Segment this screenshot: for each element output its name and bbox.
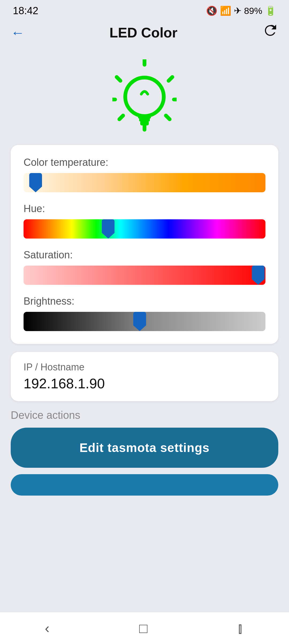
ip-label: IP / Hostname [24,362,265,373]
svg-line-7 [166,116,170,119]
airplane-icon: ✈ [234,5,241,16]
brightness-track[interactable] [24,312,265,331]
hue-section: Hue: [24,203,265,240]
edit-tasmota-button[interactable]: Edit tasmota settings [11,428,278,468]
page-title: LED Color [109,25,177,41]
hue-track[interactable] [24,219,265,239]
battery-level: 89% [244,6,262,16]
svg-rect-11 [140,121,149,125]
svg-point-8 [125,78,164,116]
back-button[interactable]: ← [11,25,25,41]
bulb-icon [112,59,177,134]
status-time: 18:42 [13,5,38,17]
temperature-track[interactable] [24,173,265,192]
mute-icon: 🔇 [206,5,217,16]
temperature-section: Color temperature: [24,157,265,193]
svg-line-3 [169,77,172,81]
color-controls-card: Color temperature: Hue: Saturation: [11,145,278,344]
second-action-button[interactable] [11,474,278,496]
main-content: Color temperature: Hue: Saturation: [0,46,289,612]
hue-slider-wrapper[interactable] [24,218,265,240]
saturation-thumb[interactable] [252,266,265,285]
brightness-thumb[interactable] [133,312,146,331]
top-nav: ← LED Color [0,19,289,46]
device-actions-section: Device actions Edit tasmota settings [11,409,278,496]
nav-recent-button[interactable]: ⫿ [221,618,260,639]
temperature-thumb[interactable] [29,173,42,192]
bottom-nav: ‹ □ ⫿ [0,612,289,644]
hue-label: Hue: [24,203,265,214]
svg-line-6 [119,116,123,119]
status-bar: 18:42 🔇 📶 ✈ 89% 🔋 [0,0,289,19]
bulb-area [11,54,278,137]
saturation-section: Saturation: [24,249,265,286]
saturation-slider-wrapper[interactable] [24,264,265,286]
ip-value: 192.168.1.90 [24,375,265,392]
brightness-slider-wrapper[interactable] [24,311,265,332]
brightness-section: Brightness: [24,296,265,332]
battery-icon: 🔋 [265,5,276,16]
svg-line-2 [117,77,120,81]
nav-home-button[interactable]: □ [123,618,163,639]
temperature-slider-wrapper[interactable] [24,172,265,193]
refresh-button[interactable] [262,23,278,42]
refresh-icon [262,23,278,39]
ip-hostname-card: IP / Hostname 192.168.1.90 [11,352,278,401]
temperature-label: Color temperature: [24,157,265,168]
wifi-icon: 📶 [220,5,231,16]
brightness-label: Brightness: [24,296,265,307]
saturation-label: Saturation: [24,249,265,261]
nav-back-button[interactable]: ‹ [29,618,66,639]
device-actions-heading: Device actions [11,409,278,421]
status-icons: 🔇 📶 ✈ 89% 🔋 [206,5,276,16]
hue-thumb[interactable] [102,219,115,239]
saturation-track[interactable] [24,266,265,285]
